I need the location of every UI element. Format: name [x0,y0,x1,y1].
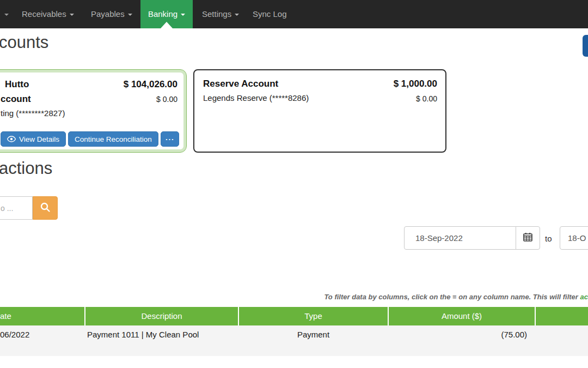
column-header-date[interactable]: ate [0,307,84,325]
eye-icon [7,136,16,142]
date-picker-button[interactable] [516,226,540,250]
account-title: Reserve Account [203,79,278,89]
account-card-reserve[interactable]: Reserve Account $ 1,000.00 Legends Reser… [193,69,446,153]
chevron-down-icon [70,14,74,16]
transactions-heading: actions [0,159,52,178]
cell-type[interactable]: Payment [239,325,388,344]
nav-item-label: Settings [202,9,231,19]
chevron-down-icon [235,14,239,16]
clipped-nav-item[interactable] [1,0,9,28]
date-from-input[interactable] [404,226,516,250]
hint-text: To filter data by columns, click on the … [324,293,580,301]
nav-item-receivables[interactable]: Receivables [22,0,74,28]
hint-highlight: ac [580,293,588,301]
view-details-button[interactable]: View Details [1,131,66,147]
nav-item-label: Banking [148,9,177,19]
chevron-down-icon [128,14,132,16]
continue-reconciliation-button[interactable]: Continue Reconciliation [68,131,158,147]
date-range-to-label: to [545,234,552,243]
column-filter-hint: To filter data by columns, click on the … [324,293,588,301]
nav-item-payables[interactable]: Payables [91,0,132,28]
account-title-line2: ccount [1,94,31,105]
account-number: ting (********2827) [1,108,65,118]
nav-item-sync-log[interactable]: Sync Log [253,0,287,28]
nav-item-label: Payables [91,9,125,19]
search-input[interactable] [0,196,33,220]
column-header-type[interactable]: Type [239,307,388,325]
clipped-corner-button[interactable] [583,35,588,57]
cell-amount[interactable]: (75.00) [389,325,527,344]
chevron-down-icon [181,14,185,16]
search-icon [40,202,51,215]
account-balance: $ 104,026.00 [124,79,177,90]
cell-description[interactable]: Payment 1011 | My Clean Pool [87,325,238,344]
active-tab-notch [161,22,173,28]
column-header-amount[interactable]: Amount ($) [389,307,535,325]
nav-item-settings[interactable]: Settings [202,0,239,28]
top-navbar: Receivables Payables Banking Settings Sy… [0,0,588,28]
chevron-down-icon [4,14,9,16]
continue-reconciliation-label: Continue Reconciliation [75,135,152,143]
account-pending-balance: $ 0.00 [156,95,177,104]
search-button[interactable] [33,196,58,220]
account-pending-balance: $ 0.00 [416,94,437,103]
more-actions-button[interactable]: ··· [161,131,180,147]
nav-item-banking-active[interactable]: Banking [140,0,193,28]
date-to-input[interactable] [560,226,588,250]
account-number: Legends Reserve (*****8286) [203,93,309,102]
account-title-line1: Hutto [5,79,29,90]
account-balance: $ 1,000.00 [394,79,437,89]
ellipsis-icon: ··· [166,135,175,143]
column-header-description[interactable]: Description [85,307,238,325]
nav-item-label: Sync Log [253,9,287,19]
view-details-label: View Details [19,135,59,143]
banking-page: Receivables Payables Banking Settings Sy… [0,0,588,368]
nav-item-label: Receivables [22,9,66,19]
account-card-actions: View Details Continue Reconciliation ··· [1,131,179,147]
calendar-icon [523,232,532,244]
column-header-clipped[interactable] [536,307,588,325]
cell-date[interactable]: 06/2022 [0,325,84,344]
account-card-selected: Hutto ccount ting (********2827) $ 104,0… [0,69,187,153]
accounts-heading: counts [0,33,48,52]
